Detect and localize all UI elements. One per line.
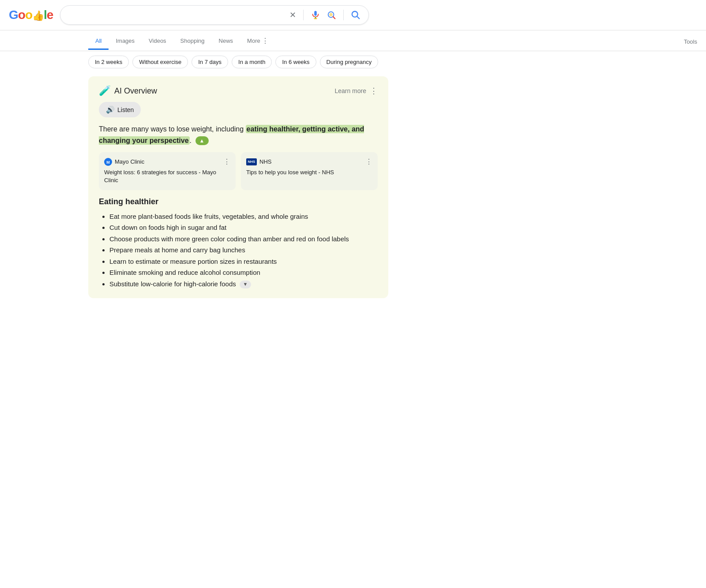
tab-videos[interactable]: Videos [142,33,173,50]
bullet-7: Substitute low-calorie for high-calorie … [109,278,378,290]
divider2 [343,10,344,20]
chips-row: In 2 weeks Without exercise In 7 days In… [0,51,706,73]
chip-pregnancy[interactable]: During pregnancy [320,56,379,68]
svg-line-5 [333,17,335,19]
tab-more[interactable]: More ⋮ [240,32,276,51]
tab-images[interactable]: Images [109,33,142,50]
eating-healthier-list: Eat more plant-based foods like fruits, … [99,211,378,290]
tab-shopping[interactable]: Shopping [173,33,212,50]
header: Goo👍le how to lose weight ✕ [0,0,706,30]
ai-overview-text: There are many ways to lose weight, incl… [99,124,378,146]
svg-point-4 [330,13,333,16]
bullet-2: Cut down on foods high in sugar and fat [109,222,378,233]
tab-all[interactable]: All [88,33,109,50]
collapse-arrow-icon: ▲ [199,137,205,145]
mayo-source-title: Weight loss: 6 strategies for success - … [104,169,230,184]
source-info-nhs: NHS NHS [246,158,271,165]
speaker-icon: 🔊 [106,105,115,114]
chip-month[interactable]: In a month [232,56,272,68]
ai-menu-icon[interactable]: ⋮ [370,86,378,96]
collapse-button[interactable]: ▲ [195,136,209,145]
clear-icon: ✕ [289,10,296,20]
tab-news[interactable]: News [212,33,240,50]
logo-emoji: 👍 [32,10,44,21]
divider [303,10,304,20]
chip-2weeks[interactable]: In 2 weeks [88,56,129,68]
chip-6weeks[interactable]: In 6 weeks [275,56,316,68]
svg-rect-0 [315,11,317,16]
eating-healthier-title: Eating healthier [99,197,378,206]
expand-button[interactable]: ▼ [240,281,251,288]
source-card-header-nhs: NHS NHS ⋮ [246,157,372,166]
mic-button[interactable] [310,9,321,21]
chip-7days[interactable]: In 7 days [192,56,228,68]
ai-text-before: There are many ways to lose weight, incl… [99,125,246,133]
nhs-card-menu-icon[interactable]: ⋮ [365,157,372,166]
source-card-nhs[interactable]: NHS NHS ⋮ Tips to help you lose weight -… [241,152,378,190]
ai-learn-more[interactable]: Learn more ⋮ [334,86,378,96]
logo-l: l [44,8,47,22]
expand-arrow-icon: ▼ [243,280,248,288]
listen-button[interactable]: 🔊 Listen [99,102,141,117]
search-input[interactable]: how to lose weight [68,11,285,19]
ai-text-after: . [190,137,192,144]
learn-more-label: Learn more [334,87,366,94]
logo-e: e [47,8,53,22]
ai-overview-header: 🧪 AI Overview Learn more ⋮ [99,85,378,97]
search-icons: ✕ [289,9,361,21]
chip-without-exercise[interactable]: Without exercise [132,56,188,68]
more-dots-icon: ⋮ [262,37,269,45]
mayo-source-name: Mayo Clinic [115,158,144,165]
bullet-1: Eat more plant-based foods like fruits, … [109,211,378,222]
ai-overview-label: AI Overview [114,86,157,96]
ai-overview-title: 🧪 AI Overview [99,85,157,97]
mayo-card-menu-icon[interactable]: ⋮ [223,157,230,166]
source-cards: M Mayo Clinic ⋮ Weight loss: 6 strategie… [99,152,378,190]
main-content: 🧪 AI Overview Learn more ⋮ 🔊 Listen Ther… [0,73,397,316]
bullet-7-text: Substitute low-calorie for high-calorie … [109,280,236,288]
bullet-5: Learn to estimate or measure portion siz… [109,256,378,267]
mayo-favicon: M [104,158,112,166]
bullet-4: Prepare meals at home and carry bag lunc… [109,244,378,256]
svg-line-7 [357,16,360,19]
nav-tabs: All Images Videos Shopping News More ⋮ T… [0,30,706,51]
nhs-favicon: NHS [246,158,257,165]
bullet-6: Eliminate smoking and reduce alcohol con… [109,267,378,278]
logo-g: G [9,8,18,22]
search-box[interactable]: how to lose weight ✕ [60,5,369,25]
lens-button[interactable] [326,9,337,21]
source-info-mayo: M Mayo Clinic [104,158,144,166]
nhs-source-title: Tips to help you lose weight - NHS [246,169,372,176]
more-label: More [247,37,260,44]
lens-icon [327,10,336,20]
bullet-3: Choose products with more green color co… [109,233,378,245]
flask-icon: 🧪 [99,85,111,97]
source-card-header-mayo: M Mayo Clinic ⋮ [104,157,230,166]
clear-button[interactable]: ✕ [289,9,297,21]
listen-label: Listen [117,106,134,113]
source-card-mayo[interactable]: M Mayo Clinic ⋮ Weight loss: 6 strategie… [99,152,236,190]
search-submit-button[interactable] [350,9,361,21]
logo-o1: o [18,8,25,22]
svg-text:M: M [106,160,110,165]
google-logo[interactable]: Goo👍le [9,8,53,22]
ai-overview: 🧪 AI Overview Learn more ⋮ 🔊 Listen Ther… [88,76,388,298]
nhs-source-name: NHS [259,158,271,165]
logo-o2: o [25,8,32,22]
search-icon [351,10,361,20]
tools-button[interactable]: Tools [684,34,697,49]
mic-icon [311,10,320,20]
